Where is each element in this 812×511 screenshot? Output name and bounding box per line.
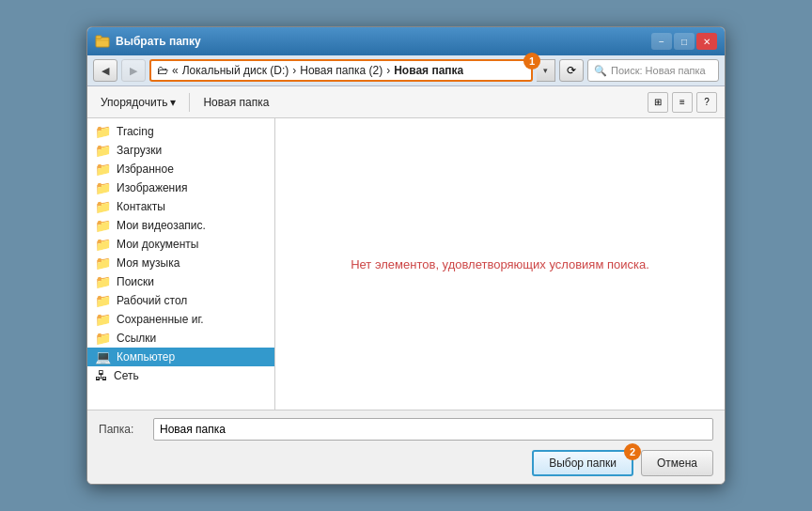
address-chevrons: «: [172, 64, 179, 77]
sidebar-item-label: Контакты: [117, 200, 165, 213]
address-arrow2: ›: [386, 64, 390, 77]
sidebar-item-label: Рабочий стол: [117, 294, 187, 307]
folder-icon: 📁: [95, 293, 111, 308]
search-icon: 🔍: [594, 65, 607, 77]
sidebar-item-label: Ссылки: [117, 332, 156, 345]
sidebar-item[interactable]: 💻Компьютер: [87, 348, 274, 366]
sidebar-item-label: Мои документы: [117, 238, 198, 251]
close-button[interactable]: ✕: [696, 33, 717, 50]
folder-icon: 💻: [95, 349, 111, 364]
view-list-button[interactable]: ≡: [672, 92, 693, 113]
help-icon: ?: [704, 97, 710, 107]
sidebar-item-label: Сеть: [114, 369, 139, 382]
folder-icon: 📁: [95, 124, 111, 139]
sort-button[interactable]: Упорядочить ▾: [95, 93, 181, 112]
toolbar: Упорядочить ▾ Новая папка ⊞ ≡ ?: [87, 86, 725, 118]
sidebar-item[interactable]: 📁Изображения: [87, 178, 274, 197]
refresh-button[interactable]: ⟳: [559, 59, 584, 82]
sidebar-item[interactable]: 📁Мои документы: [87, 235, 274, 254]
sidebar-item-label: Мои видеозапис.: [117, 219, 206, 232]
content-area: Нет элементов, удовлетворяющих условиям …: [275, 118, 725, 410]
sidebar-item-label: Поиски: [117, 275, 154, 288]
dialog-window: Выбрать папку − □ ✕ ◀ ▶ 🗁 « Локальный ди…: [86, 26, 726, 485]
folder-input[interactable]: [153, 418, 713, 441]
sidebar-item[interactable]: 📁Сохраненные иг.: [87, 310, 274, 329]
folder-icon: 📁: [95, 274, 111, 289]
window-title: Выбрать папку: [116, 35, 651, 48]
title-bar: Выбрать папку − □ ✕: [87, 27, 725, 55]
address-part1: Локальный диск (D:): [182, 64, 289, 77]
help-button[interactable]: ?: [696, 92, 717, 113]
folder-row: Папка:: [99, 418, 713, 441]
sidebar-item-label: Сохраненные иг.: [117, 313, 204, 326]
folder-icon: 📁: [95, 180, 111, 195]
select-badge: 2: [624, 443, 641, 460]
new-folder-label: Новая папка: [203, 96, 269, 109]
footer: Папка: Выбор папки 2 Отмена: [87, 410, 725, 484]
sidebar-item[interactable]: 🖧Сеть: [87, 366, 274, 385]
sidebar-item[interactable]: 📁Ссылки: [87, 329, 274, 348]
folder-icon: 📁: [95, 143, 111, 158]
select-folder-button[interactable]: Выбор папки 2: [532, 450, 633, 476]
cancel-button[interactable]: Отмена: [641, 450, 713, 476]
address-path: 🗁 « Локальный диск (D:) › Новая папка (2…: [157, 64, 463, 77]
address-bar-row: ◀ ▶ 🗁 « Локальный диск (D:) › Новая папк…: [87, 55, 725, 86]
cancel-label: Отмена: [657, 457, 697, 470]
search-placeholder: Поиск: Новая папка: [611, 65, 706, 76]
back-button[interactable]: ◀: [93, 59, 117, 82]
sidebar-item[interactable]: 📁Моя музыка: [87, 254, 274, 272]
sidebar-item[interactable]: 📁Мои видеозапис.: [87, 216, 274, 235]
folder-icon: 🖧: [95, 368, 108, 383]
address-part2: Новая папка (2): [300, 64, 383, 77]
folder-icon: 📁: [95, 331, 111, 346]
folder-icon: 📁: [95, 218, 111, 233]
address-part3: Новая папка: [394, 64, 463, 77]
address-box[interactable]: 🗁 « Локальный диск (D:) › Новая папка (2…: [149, 59, 533, 82]
sidebar-item[interactable]: 📁Загрузки: [87, 141, 274, 160]
folder-icon: 📁: [95, 312, 111, 327]
sidebar-item-label: Загрузки: [117, 144, 162, 157]
sidebar-item[interactable]: 📁Поиски: [87, 272, 274, 291]
sort-label: Упорядочить: [101, 96, 167, 109]
sidebar-item-label: Моя музыка: [117, 256, 180, 270]
address-folder-icon: 🗁: [157, 64, 168, 77]
view-toggle-button[interactable]: ⊞: [648, 92, 668, 113]
sidebar-item[interactable]: 📁Рабочий стол: [87, 291, 274, 310]
sidebar: 📁Tracing📁Загрузки📁Избранное📁Изображения📁…: [87, 118, 275, 410]
folder-icon: 📁: [95, 199, 111, 214]
folder-label: Папка:: [99, 423, 146, 436]
address-badge: 1: [523, 53, 540, 70]
toolbar-separator: [189, 93, 190, 112]
sidebar-item[interactable]: 📁Tracing: [87, 122, 274, 141]
new-folder-button[interactable]: Новая папка: [197, 93, 274, 112]
sidebar-item-label: Изображения: [117, 181, 187, 194]
maximize-button[interactable]: □: [674, 33, 695, 50]
address-arrow1: ›: [292, 64, 296, 77]
forward-button[interactable]: ▶: [121, 59, 146, 82]
sidebar-item-label: Избранное: [117, 163, 174, 176]
folder-icon: 📁: [95, 237, 111, 252]
window-icon: [95, 34, 110, 49]
toolbar-right: ⊞ ≡ ?: [648, 92, 717, 113]
search-box[interactable]: 🔍 Поиск: Новая папка: [587, 59, 719, 82]
folder-icon: 📁: [95, 256, 111, 271]
select-folder-label: Выбор папки: [549, 457, 617, 470]
button-row: Выбор папки 2 Отмена: [99, 450, 713, 476]
title-bar-buttons: − □ ✕: [651, 33, 717, 50]
sidebar-item[interactable]: 📁Избранное: [87, 160, 274, 178]
sidebar-item-label: Tracing: [117, 125, 154, 138]
sidebar-item[interactable]: 📁Контакты: [87, 197, 274, 216]
sort-chevron-icon: ▾: [170, 96, 176, 109]
main-area: 📁Tracing📁Загрузки📁Избранное📁Изображения📁…: [87, 118, 725, 410]
sidebar-item-label: Компьютер: [117, 350, 175, 364]
minimize-button[interactable]: −: [651, 33, 672, 50]
no-results-text: Нет элементов, удовлетворяющих условиям …: [351, 257, 649, 271]
svg-rect-1: [96, 36, 102, 39]
folder-icon: 📁: [95, 162, 111, 177]
